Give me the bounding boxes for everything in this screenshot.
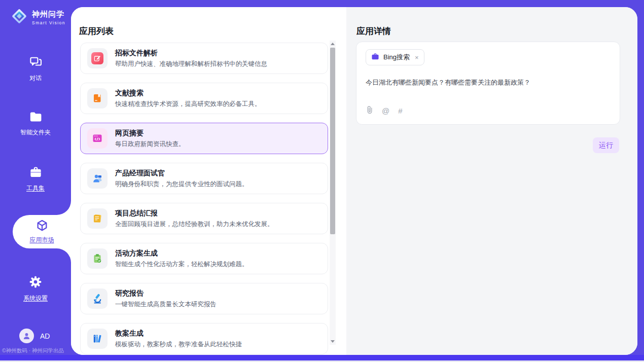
scroll-down-icon[interactable]	[330, 338, 336, 345]
app-list-item-selected[interactable]: 网页摘要 每日政府新闻资讯快查。	[80, 123, 328, 154]
app-item-title: 招标文件解析	[115, 49, 267, 58]
clipboard-check-icon	[87, 248, 108, 269]
edit-icon	[87, 48, 108, 68]
app-item-desc: 一键智能生成高质量长文本研究报告	[115, 300, 217, 309]
sidebar-item-toolset[interactable]: 工具集	[0, 166, 71, 193]
sidebar-item-chat[interactable]: 对话	[0, 56, 71, 83]
sidebar-item-settings[interactable]: 系统设置	[0, 275, 71, 303]
tool-tag-bing-search[interactable]: Bing搜索 ×	[366, 49, 424, 65]
app-item-title: 产品经理面试官	[115, 169, 248, 178]
bing-briefcase-icon	[371, 53, 379, 62]
app-item-desc: 智能生成个性化活动方案，轻松解决规划难题。	[115, 260, 248, 269]
app-item-title: 项目总结汇报	[115, 209, 274, 218]
scrollbar-thumb[interactable]	[330, 48, 335, 234]
folder-icon	[29, 111, 43, 125]
user-profile[interactable]: AD	[19, 329, 50, 343]
app-item-title: 活动方案生成	[115, 249, 248, 258]
gear-icon	[29, 275, 42, 291]
app-item-desc: 全面回顾项目进展，总结经验教训，助力未来优化发展。	[115, 220, 274, 229]
app-item-title: 研究报告	[115, 289, 217, 298]
book-icon	[87, 88, 108, 108]
user-name: AD	[40, 332, 50, 340]
app-detail-title: 应用详情	[356, 25, 391, 37]
app-list: 招标文件解析 帮助用户快速、准确地理解和解析招标书中的关键信息 文献搜索	[80, 43, 328, 355]
sidebar-item-label: 系统设置	[23, 294, 48, 303]
app-window: 神州问学 Smart Vision 对话 智能文件夹	[0, 0, 644, 362]
app-item-title: 网页摘要	[115, 129, 185, 138]
prompt-text[interactable]: 今日湖北有哪些新闻要点？有哪些需要关注的最新政策？	[366, 78, 611, 87]
attachment-icon[interactable]	[366, 105, 373, 116]
tool-tag-label: Bing搜索	[383, 53, 410, 62]
app-item-desc: 每日政府新闻资讯快查。	[115, 140, 185, 149]
run-button[interactable]: 运行	[593, 137, 619, 153]
app-item-title: 文献搜索	[115, 89, 261, 98]
app-list-item[interactable]: 文献搜索 快速精准查找学术资源，提高研究效率的必备工具。	[80, 83, 328, 114]
app-item-desc: 快速精准查找学术资源，提高研究效率的必备工具。	[115, 100, 261, 108]
bottom-bar	[0, 355, 644, 360]
note-icon	[87, 208, 108, 229]
app-list-item[interactable]: 项目总结汇报 全面回顾项目进展，总结经验教训，助力未来优化发展。	[80, 203, 328, 234]
bubble-corner-bottom	[57, 248, 71, 263]
scroll-up-icon[interactable]	[330, 41, 336, 47]
books-icon	[87, 329, 108, 349]
brand-diamond-icon	[10, 7, 28, 27]
chat-icon	[29, 56, 43, 70]
main-panel: 应用列表 招标文件解析 帮助用户快速、准确地理解和解析招标书中的关键信	[71, 7, 637, 355]
sidebar-item-label: 工具集	[26, 184, 45, 193]
sidebar-item-app-market[interactable]: 应用市场	[13, 215, 71, 248]
sidebar-item-label: 对话	[29, 74, 42, 83]
sidebar: 神州问学 Smart Vision 对话 智能文件夹	[0, 0, 71, 362]
app-list-pane: 应用列表 招标文件解析 帮助用户快速、准确地理解和解析招标书中的关键信	[71, 7, 346, 355]
brand-name: 神州问学	[32, 10, 65, 19]
sidebar-item-label: 应用市场	[30, 236, 54, 244]
interview-person-icon	[87, 168, 108, 189]
microscope-icon	[87, 288, 108, 309]
brand-tagline: Smart Vision	[32, 20, 65, 25]
cube-icon	[35, 219, 49, 234]
briefcase-icon	[29, 166, 43, 180]
sidebar-item-label: 智能文件夹	[20, 128, 51, 137]
remove-tool-icon[interactable]: ×	[415, 54, 419, 61]
app-item-desc: 帮助用户快速、准确地理解和解析招标书中的关键信息	[115, 60, 267, 68]
mention-icon[interactable]: @	[382, 106, 389, 115]
browser-icon	[87, 128, 108, 149]
list-scrollbar[interactable]	[330, 41, 336, 345]
app-item-desc: 明确身份和职责，为您提供专业性的面试问题。	[115, 180, 248, 189]
prompt-card: Bing搜索 × 今日湖北有哪些新闻要点？有哪些需要关注的最新政策？ @ #	[356, 42, 620, 125]
app-list-item[interactable]: 招标文件解析 帮助用户快速、准确地理解和解析招标书中的关键信息	[80, 43, 328, 74]
app-list-item[interactable]: 研究报告 一键智能生成高质量长文本研究报告	[80, 283, 328, 314]
app-list-title: 应用列表	[79, 25, 114, 37]
topic-icon[interactable]: #	[398, 106, 402, 115]
sidebar-item-smart-folder[interactable]: 智能文件夹	[0, 111, 71, 137]
bubble-corner-top	[57, 201, 71, 215]
app-item-desc: 模板驱动，教案秒成，教学准备从此轻松快捷	[115, 340, 242, 349]
app-list-item[interactable]: 教案生成 模板驱动，教案秒成，教学准备从此轻松快捷	[80, 323, 328, 354]
app-list-item[interactable]: 活动方案生成 智能生成个性化活动方案，轻松解决规划难题。	[80, 243, 328, 274]
app-item-title: 教案生成	[115, 329, 242, 338]
brand-logo: 神州问学 Smart Vision	[10, 7, 65, 27]
app-detail-pane: 应用详情 Bing搜索 × 今日湖北有哪些新闻要点？有哪些需要关注的最新政策？	[346, 7, 637, 355]
composer-toolbar: @ #	[366, 105, 403, 116]
avatar	[19, 329, 34, 343]
copyright-text: ©神州数码 · 神州问学出品	[2, 347, 64, 354]
app-list-item[interactable]: 产品经理面试官 明确身份和职责，为您提供专业性的面试问题。	[80, 163, 328, 194]
